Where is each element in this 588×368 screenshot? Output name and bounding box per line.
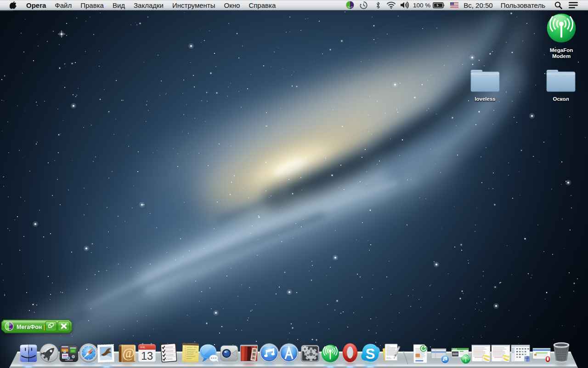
svg-text:S: S [366, 346, 375, 362]
svg-text:13: 13 [141, 350, 153, 362]
svg-text:янв.: янв. [140, 345, 146, 349]
svg-text:@: @ [122, 345, 135, 361]
svg-text:МегаФон |: МегаФон | [17, 324, 45, 330]
